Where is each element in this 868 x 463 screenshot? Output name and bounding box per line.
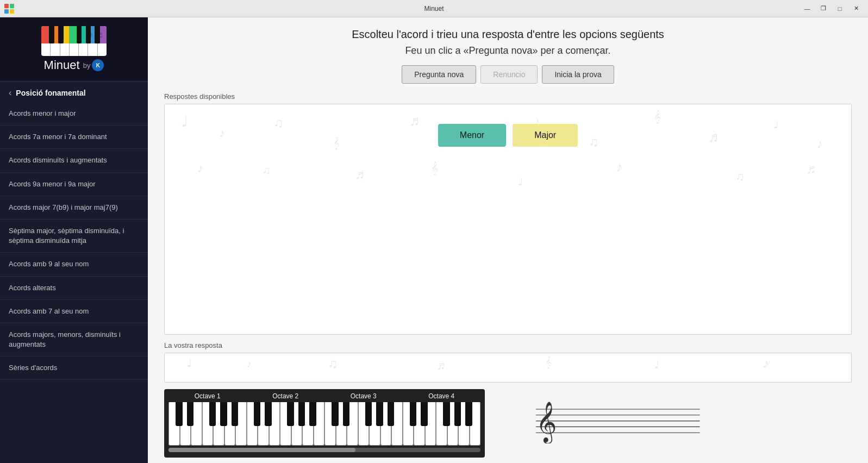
app-body: ♪ ♬ Minuet by K ‹ Posició fonamental Aco…	[0, 17, 868, 463]
sidebar-item-acords-menor-major[interactable]: Acords menor i major	[0, 102, 148, 126]
piano-section: Octave 1 Octave 2 Octave 3 Octave 4	[164, 389, 852, 458]
answers-panel: ♩ ♪ ♫ 𝄞 ♬ ♩ ♪ ♫ 𝄞 ♬ ♩ ♪ ♪ ♫ ♬ 𝄞 ♩ ♪ ♫ ♬	[164, 104, 852, 335]
sidebar-item-acords-7a[interactable]: Acords 7a menor i 7a dominant	[0, 126, 148, 149]
black-key-3-5[interactable]	[388, 402, 394, 426]
black-key-4-5[interactable]	[465, 402, 472, 426]
major-button[interactable]: Major	[513, 124, 578, 147]
answers-label: Respostes disponibles	[164, 92, 852, 101]
menor-button[interactable]: Menor	[438, 124, 506, 147]
staff-wrapper: 𝄞	[501, 389, 852, 443]
sidebar-brand: Minuet by K	[44, 58, 104, 72]
black-key-1-1[interactable]	[176, 402, 182, 426]
start-test-button[interactable]: Inicia la prova	[542, 65, 614, 84]
piano-keyboard[interactable]: (function() { const container = document…	[168, 402, 480, 446]
sidebar-section-title: Posició fonamental	[16, 89, 85, 97]
new-question-button[interactable]: Pregunta nova	[402, 65, 476, 84]
chord-buttons: Menor Major	[438, 124, 578, 147]
piano-logo: ♪ ♬	[41, 26, 107, 56]
instruction-subtitle: Feu un clic a «Pregunta nova» per a come…	[164, 45, 852, 57]
black-key-4-2[interactable]	[421, 402, 427, 426]
black-key-3-4[interactable]	[376, 402, 383, 426]
minimize-button[interactable]: —	[800, 3, 815, 15]
piano-wrapper: Octave 1 Octave 2 Octave 3 Octave 4	[164, 389, 485, 458]
main-content: Escolteu l'acord i trieu una resposta d'…	[148, 17, 868, 463]
close-button[interactable]: ✕	[848, 3, 864, 15]
window-title: Minuet	[424, 5, 444, 12]
black-key-2-4[interactable]	[298, 402, 305, 426]
kde-badge: K	[92, 59, 104, 71]
sidebar-header: ♪ ♬ Minuet by K	[0, 17, 148, 81]
action-buttons: Pregunta nova Renuncio Inicia la prova	[164, 65, 852, 84]
sidebar-item-series-acords[interactable]: Sèries d'acords	[0, 356, 148, 380]
sidebar-item-acords-alterats[interactable]: Acords alterats	[0, 277, 148, 300]
black-key-1-5[interactable]	[232, 402, 238, 426]
black-key-4-4[interactable]	[454, 402, 461, 426]
black-key-3-3[interactable]	[365, 402, 372, 426]
octave-label-4: Octave 4	[403, 392, 481, 400]
black-key-4-1[interactable]	[410, 402, 416, 426]
sidebar-item-acords-disminuits[interactable]: Acords disminuïts i augmentats	[0, 149, 148, 172]
title-bar-left	[4, 4, 14, 14]
piano-scrollbar-thumb	[168, 448, 355, 452]
sidebar-item-acords-amb-9[interactable]: Acords amb 9 al seu nom	[0, 253, 148, 276]
black-key-1-3[interactable]	[209, 402, 216, 426]
octave-label-2: Octave 2	[247, 392, 325, 400]
sidebar-item-acords-majors-menors[interactable]: Acords majors, menors, disminuïts i augm…	[0, 323, 148, 356]
black-key-3-1[interactable]	[332, 402, 338, 426]
black-key-2-3[interactable]	[287, 402, 294, 426]
sidebar-item-acords-major-7b9[interactable]: Acords major 7(b9) i major maj7(9)	[0, 196, 148, 220]
sidebar-item-acords-9a[interactable]: Acords 9a menor i 9a major	[0, 173, 148, 196]
response-music-background: ♩ ♪ ♫ ♬ 𝄞 ♩ ♪	[165, 353, 851, 382]
instruction-title: Escolteu l'acord i trieu una resposta d'…	[164, 28, 852, 41]
sidebar-item-septima-major[interactable]: Sèptima major, sèptima disminuïda, i sèp…	[0, 220, 148, 253]
sidebar-item-acords-amb-7[interactable]: Acords amb 7 al seu nom	[0, 300, 148, 323]
maximize-button2[interactable]: □	[832, 3, 847, 15]
by-label: by	[83, 61, 91, 70]
by-kde: by K	[83, 59, 104, 71]
black-key-4-3[interactable]	[443, 402, 449, 426]
staff-notation: 𝄞	[501, 395, 708, 443]
octave-label-3: Octave 3	[324, 392, 403, 400]
sidebar-section-header: ‹ Posició fonamental	[0, 81, 148, 102]
black-key-1-4[interactable]	[220, 402, 227, 426]
response-label: La vostra resposta	[164, 341, 852, 349]
app-icon	[4, 4, 14, 14]
octave-label-1: Octave 1	[168, 392, 247, 400]
black-key-2-5[interactable]	[309, 402, 316, 426]
sidebar: ♪ ♬ Minuet by K ‹ Posició fonamental Aco…	[0, 17, 148, 463]
black-key-1-2[interactable]	[187, 402, 193, 426]
black-key-3-2[interactable]	[343, 402, 349, 426]
octave-labels: Octave 1 Octave 2 Octave 3 Octave 4	[168, 392, 480, 400]
brand-name: Minuet	[44, 58, 80, 72]
give-up-button[interactable]: Renuncio	[480, 65, 538, 84]
black-key-2-2[interactable]	[265, 402, 271, 426]
svg-text:𝄞: 𝄞	[536, 402, 557, 443]
response-panel: ♩ ♪ ♫ ♬ 𝄞 ♩ ♪	[164, 353, 852, 383]
piano-scrollbar[interactable]	[168, 448, 480, 452]
maximize-button[interactable]: ❐	[816, 3, 831, 15]
back-icon[interactable]: ‹	[9, 88, 11, 98]
black-key-2-1[interactable]	[254, 402, 260, 426]
window-controls: — ❐ □ ✕	[800, 3, 864, 15]
main-instruction: Escolteu l'acord i trieu una resposta d'…	[164, 28, 852, 57]
title-bar: Minuet — ❐ □ ✕	[0, 0, 868, 17]
